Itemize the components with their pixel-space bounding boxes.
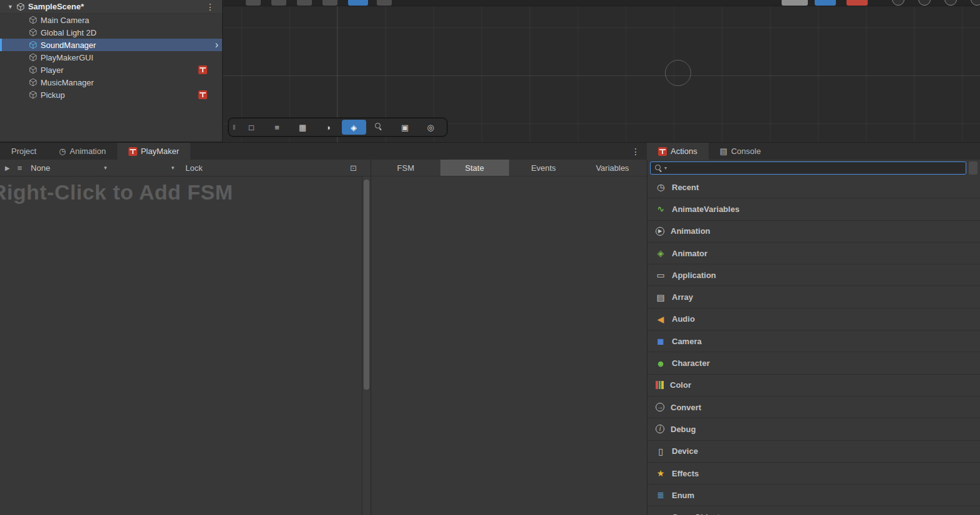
action-category-row[interactable]: ▭ Application	[648, 264, 980, 286]
action-category-row[interactable]: ★ Effects	[648, 463, 980, 484]
scene-view[interactable]: ‖ □ ≡ ▦ ◑ ◈ ▣	[223, 0, 980, 142]
clipped-tool-icon-active[interactable]	[348, 0, 368, 6]
gameobject-icon: ◎	[656, 513, 666, 515]
panel-tab[interactable]: PlayMaker	[117, 143, 190, 160]
hierarchy-item[interactable]: Global Light 2D	[0, 26, 222, 39]
action-category-row[interactable]: → Convert	[648, 397, 980, 418]
panel-tab[interactable]: Project	[0, 143, 47, 160]
hierarchy-item[interactable]: Main Camera	[0, 14, 222, 26]
clipped-tool-icon-red[interactable]	[847, 0, 868, 6]
hierarchy-item[interactable]: Pickup	[0, 89, 222, 101]
clipped-tool-icon[interactable]	[246, 0, 261, 6]
array-icon: ▤	[656, 292, 666, 302]
clipped-toggle-icon[interactable]	[944, 0, 957, 6]
action-category-row[interactable]: ∿ AnimateVariables	[648, 198, 980, 220]
clipped-tool-icon[interactable]	[377, 0, 392, 6]
align-tool-icon: ≡	[272, 122, 282, 132]
action-category-row[interactable]: ◎ GameObject	[648, 506, 980, 515]
scene-tool-button[interactable]: ◑	[316, 120, 341, 135]
clipped-toggle-icon[interactable]	[918, 0, 931, 6]
playmaker-icon	[658, 147, 667, 156]
scene-row[interactable]: ▼ SampleScene* ⋮	[0, 0, 222, 14]
unity-scene-icon	[16, 2, 25, 11]
scene-tool-button[interactable]: ≡	[265, 120, 289, 135]
action-category-row[interactable]: Color	[648, 375, 980, 397]
action-category-label: Debug	[671, 425, 696, 434]
action-category-row[interactable]: ◀ Audio	[648, 309, 980, 330]
action-category-list: ◷ Recent ∿ AnimateVariables ▶ Animation …	[648, 176, 980, 515]
action-category-row[interactable]: ▶ Animation	[648, 221, 980, 243]
playmaker-icon	[198, 90, 207, 99]
inspector-tab[interactable]: Events	[509, 160, 578, 176]
scene-tool-button[interactable]	[367, 120, 392, 135]
action-category-row[interactable]: ◷ Recent	[648, 176, 980, 198]
rotate-gizmo-circle[interactable]	[665, 60, 691, 86]
search-field[interactable]: ▾	[650, 161, 966, 175]
fsm-inspector-panel: FSM State Events Variables	[371, 160, 647, 515]
chevron-right-icon[interactable]	[215, 40, 218, 50]
action-category-row[interactable]: i Debug	[648, 418, 980, 440]
right-tab-group: Actions ▤ Console	[647, 143, 772, 160]
chevron-down-icon: ▾	[172, 165, 175, 171]
hierarchy-item[interactable]: Player	[0, 64, 222, 76]
inspector-tab[interactable]: State	[440, 160, 510, 176]
play-icon[interactable]: ▶	[5, 165, 10, 171]
grid-snap-icon: ▦	[298, 122, 308, 132]
vertical-scrollbar[interactable]	[362, 176, 371, 515]
inspector-tab[interactable]: FSM	[371, 160, 440, 176]
clock-icon: ◷	[59, 147, 65, 156]
hierarchy-item[interactable]: SoundManager	[0, 39, 222, 51]
scrollbar-thumb[interactable]	[364, 180, 369, 390]
fsm-select-dropdown[interactable]: None ▾	[31, 163, 107, 173]
scene-tool-button[interactable]: ▣	[393, 120, 417, 135]
scrollbar-top-button[interactable]	[969, 161, 978, 175]
action-category-row[interactable]: ◈ Animator	[648, 243, 980, 264]
inspector-tab-label: Variables	[596, 163, 629, 173]
hierarchy-item[interactable]: MusicManager	[0, 76, 222, 89]
clipped-tool-icon[interactable]	[323, 0, 337, 6]
action-category-row[interactable]: ▯ Device	[648, 441, 980, 463]
scene-tool-button[interactable]: □	[240, 120, 264, 135]
animator-icon: ◈	[656, 248, 666, 258]
scene-tool-button[interactable]: ◈	[342, 120, 366, 135]
clipped-toggle-icon[interactable]	[892, 0, 905, 6]
toolbar-drag-handle-icon[interactable]: ‖	[233, 123, 236, 131]
scene-tool-button[interactable]: ◎	[419, 120, 443, 135]
action-category-label: Application	[672, 271, 716, 280]
lock-toggle[interactable]: Lock	[185, 163, 202, 173]
inspector-tab[interactable]: Variables	[578, 160, 648, 176]
inspector-tab-bar: FSM State Events Variables	[371, 160, 647, 176]
action-category-row[interactable]: ☻ Character	[648, 352, 980, 374]
hierarchy-item-label: Pickup	[41, 90, 65, 100]
clipped-tool-icon[interactable]	[297, 0, 312, 6]
action-category-row[interactable]: ◼ Camera	[648, 330, 980, 352]
curve-icon: ∿	[656, 204, 666, 214]
clipped-tool-icon[interactable]	[271, 0, 286, 6]
action-category-label: Animator	[672, 249, 707, 258]
panel-overflow-menu-icon[interactable]: ⋮	[631, 143, 640, 160]
fsm-graph-canvas[interactable]: Right-Click to Add FSM	[0, 176, 362, 515]
hierarchy-item-label: PlayMakerGUI	[41, 53, 94, 62]
hierarchy-item[interactable]: PlayMakerGUI	[0, 51, 222, 64]
action-category-row[interactable]: ▤ Array	[648, 286, 980, 308]
clipped-toggle-icon[interactable]	[971, 0, 980, 6]
foldout-arrow-icon[interactable]: ▼	[7, 4, 13, 10]
scene-tool-button[interactable]: ▦	[291, 120, 315, 135]
panel-tab[interactable]: Actions	[647, 143, 709, 160]
search-input[interactable]	[669, 162, 962, 174]
panel-tab[interactable]: ▤ Console	[709, 143, 772, 160]
panel-tab[interactable]: ◷ Animation	[47, 143, 117, 160]
state-select-dropdown[interactable]: ▾	[117, 165, 174, 171]
hierarchy-item-label: Player	[41, 65, 64, 75]
fsm-canvas-hint: Right-Click to Add FSM	[0, 180, 233, 205]
search-filter-caret-icon[interactable]: ▾	[664, 165, 667, 171]
clipped-dropdown-button[interactable]	[782, 0, 808, 6]
clipped-tool-icon-active[interactable]	[815, 0, 836, 6]
canvas-settings-icon[interactable]: ⊡	[350, 163, 357, 173]
speaker-icon: ◀	[656, 314, 666, 324]
action-category-label: GameObject	[672, 513, 720, 515]
kebab-menu-icon[interactable]: ⋮	[206, 2, 215, 12]
hamburger-menu-icon[interactable]: ≡	[17, 163, 22, 173]
action-category-label: Enum	[672, 491, 694, 500]
action-category-row[interactable]: ≣ Enum	[648, 484, 980, 506]
